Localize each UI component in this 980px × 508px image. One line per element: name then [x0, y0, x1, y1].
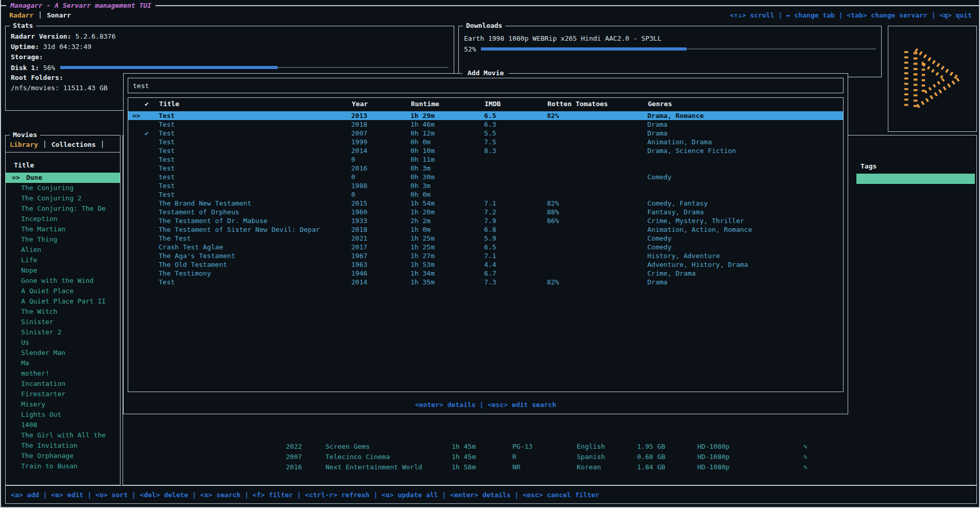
add-movie-result-row[interactable]: Test00h 0m: [128, 190, 843, 199]
movie-title: Firestarter: [21, 390, 65, 398]
movie-list-item[interactable]: The Conjuring: [6, 183, 120, 193]
add-movie-result-row[interactable]: Test20141h 35m7.382%Drama: [128, 278, 843, 286]
movie-title: Dune: [26, 174, 42, 181]
tab-radarr[interactable]: Radarr: [9, 11, 33, 19]
add-movie-search-input[interactable]: [128, 78, 843, 93]
result-year: 2018: [351, 225, 367, 234]
add-movie-result-row[interactable]: The Testimony19461h 34m6.7Crime, Drama: [128, 269, 843, 278]
movie-list-item[interactable]: Life: [6, 255, 120, 265]
movie-title: Slender Man: [21, 349, 65, 357]
movie-title: Incantation: [21, 380, 65, 387]
disk-usage-line: Disk 1: 56%: [11, 62, 449, 73]
result-imdb: 7.2: [484, 208, 496, 216]
movie-title: The Girl with All the: [21, 431, 106, 439]
movie-title: Life: [21, 256, 37, 264]
result-genres: Drama, Science Fiction: [647, 146, 736, 155]
movie-list-item[interactable]: The Conjuring: The De: [6, 204, 120, 214]
movie-list-item[interactable]: Alien: [6, 245, 120, 255]
movie-quality-profile: HD-1080p: [697, 452, 730, 462]
result-genres: Fantasy, Drama: [647, 208, 704, 216]
movie-list-item[interactable]: Ma: [6, 358, 120, 368]
result-genres: Drama: [647, 120, 667, 129]
add-movie-result-row[interactable]: =>Test20131h 29m6.582%Drama, Romance: [128, 111, 843, 120]
movie-list-item[interactable]: Slender Man: [6, 348, 120, 358]
add-movie-result-row[interactable]: Crash Test Aglae20171h 25m6.5Comedy: [128, 243, 843, 251]
result-year: 1933: [351, 216, 367, 225]
downloads-body: Earth 1998 1080p WEBRip x265 Hindi AAC2.…: [464, 33, 876, 54]
add-movie-result-row[interactable]: Test20181h 46m6.3Drama: [128, 120, 843, 129]
add-movie-result-row[interactable]: The Old Testament19631h 53m4.4Adventure,…: [128, 260, 843, 269]
tab-library[interactable]: Library: [10, 141, 38, 148]
add-movie-result-row[interactable]: ✔Test20070h 12m5.5Drama: [128, 129, 843, 138]
add-movie-result-row[interactable]: The Aga's Testament19671h 27m7.1History,…: [128, 251, 843, 260]
result-imdb: 5.5: [484, 129, 496, 138]
movie-list-item[interactable]: Nope: [6, 265, 120, 276]
movie-list-item[interactable]: The Martian: [6, 224, 120, 234]
tab-sonarr[interactable]: Sonarr: [47, 11, 71, 19]
movie-list-item[interactable]: Firestarter: [6, 389, 120, 399]
movie-list-item[interactable]: Sinister: [6, 317, 120, 327]
download-progress-gauge: [481, 44, 876, 54]
result-runtime: 0h 0m: [410, 138, 431, 146]
library-row[interactable]: 2016Next Entertainment World1h 58mNRKore…: [123, 462, 976, 472]
result-runtime: 1h 54m: [410, 199, 435, 208]
movie-title: 1408: [21, 421, 37, 429]
movie-list-item[interactable]: A Quiet Place: [6, 286, 120, 296]
result-title: Test: [159, 190, 175, 199]
movie-list-item[interactable]: Gone with the Wind: [6, 276, 120, 286]
result-year: 1988: [351, 181, 367, 190]
movie-list-item[interactable]: The Invitation: [6, 441, 120, 451]
add-movie-result-row[interactable]: Test00h 11m: [128, 155, 843, 164]
add-movie-result-row[interactable]: Test20140h 10m8.3Drama, Science Fiction: [128, 146, 843, 155]
result-runtime: 2h 2m: [410, 216, 431, 225]
add-movie-result-row[interactable]: The Testament of Sister New Devil: Depar…: [128, 225, 843, 234]
movie-list-item[interactable]: A Quiet Place Part II: [6, 296, 120, 307]
selected-row-tags-cell[interactable]: [856, 174, 975, 184]
add-movie-result-row[interactable]: Test19990h 0m7.5Animation, Drama: [128, 138, 843, 146]
result-runtime: 1h 29m: [410, 111, 435, 120]
movie-list-item[interactable]: Lights Out: [6, 410, 120, 420]
result-imdb: 6.5: [484, 111, 496, 120]
col-runtime: Runtime: [411, 98, 439, 110]
movie-list-item[interactable]: Train to Busan: [6, 461, 120, 471]
add-movie-result-row[interactable]: Test20160h 3m: [128, 164, 843, 173]
result-genres: Crime, Drama: [647, 269, 696, 278]
disk-percent: 56%: [43, 64, 55, 72]
movie-list-item[interactable]: Us: [6, 337, 120, 348]
movie-list-item[interactable]: Incantation: [6, 379, 120, 389]
result-runtime: 1h 0m: [410, 225, 431, 234]
movie-list-item[interactable]: 1408: [6, 420, 120, 430]
add-movie-result-row[interactable]: Test19880h 3m: [128, 181, 843, 190]
library-row[interactable]: 2022Screen Gems1h 45mPG-13English1.95 GB…: [123, 442, 976, 452]
result-genres: Comedy: [647, 234, 672, 243]
movie-list-item[interactable]: The Orphanage: [6, 451, 120, 461]
movie-list-item[interactable]: =>Dune: [6, 173, 120, 183]
movie-quality-profile: HD-1080p: [697, 462, 730, 472]
app-window: Managarr - A Servarr management TUI Rada…: [0, 0, 980, 508]
movie-list-item[interactable]: Sinister 2: [6, 327, 120, 337]
result-genres: Drama: [647, 129, 667, 138]
movie-list-item[interactable]: Misery: [6, 399, 120, 410]
add-movie-result-row[interactable]: Testament of Orpheus19601h 20m7.288%Fant…: [128, 208, 843, 216]
add-movie-result-row[interactable]: The Brand New Testament20151h 54m7.182%C…: [128, 199, 843, 208]
result-imdb: 7.1: [484, 199, 496, 208]
movie-list-item[interactable]: The Thing: [6, 234, 120, 245]
add-movie-result-row[interactable]: The Test20211h 25m5.9Comedy: [128, 234, 843, 243]
movie-list-item[interactable]: mother!: [6, 368, 120, 379]
add-movie-result-row[interactable]: The Testament of Dr. Mabuse19332h 2m7.98…: [128, 216, 843, 225]
movie-list-item[interactable]: The Conjuring 2: [6, 193, 120, 204]
add-movie-search-box: [128, 78, 844, 93]
add-movie-result-row[interactable]: test00h 30mComedy: [128, 173, 843, 181]
library-row[interactable]: 2007Telecinco Cinema1h 45mRSpanish0.68 G…: [123, 452, 976, 462]
tab-collections[interactable]: Collections: [51, 141, 96, 148]
top-keybind-hints: <↑↓> scroll | ↔ change tab | <tab> chang…: [730, 10, 972, 21]
tab-separator: [102, 141, 103, 148]
movie-title: Misery: [21, 400, 45, 408]
result-title: Test: [159, 138, 175, 146]
movie-list-item[interactable]: Inception: [6, 214, 120, 224]
movie-title: Sinister 2: [21, 328, 61, 336]
movie-list-item[interactable]: The Girl with All the: [6, 430, 120, 441]
result-imdb: 6.3: [484, 120, 496, 129]
bottom-bar: <a> add | <e> edit | <o> sort | <del> de…: [5, 485, 977, 504]
movie-list-item[interactable]: The Witch: [6, 307, 120, 317]
